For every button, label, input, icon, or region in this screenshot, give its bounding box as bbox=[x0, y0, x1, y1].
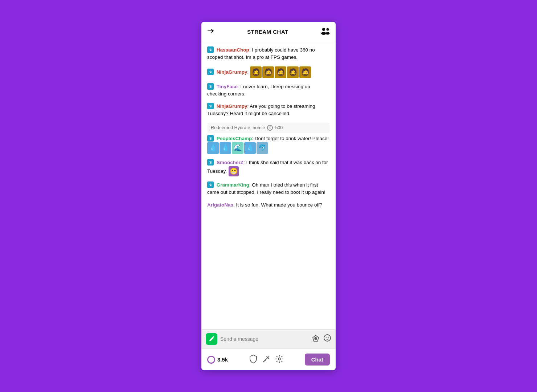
subscriber-badge bbox=[207, 103, 214, 109]
bits-icon[interactable] bbox=[312, 334, 320, 344]
emote: 🌊 bbox=[232, 142, 243, 154]
message-content: NinjaGrumpy: 🧔 🧔 🧔 🧔 🧔 bbox=[207, 66, 330, 78]
svg-point-15 bbox=[278, 358, 280, 360]
message-content: SmoocherZ: I think she said that it was … bbox=[207, 159, 330, 176]
username[interactable]: TinyFace bbox=[217, 84, 238, 89]
message-text: : Dont forget to drink water! Please! bbox=[252, 136, 329, 141]
svg-marker-6 bbox=[314, 337, 317, 340]
message-content: PeoplesChamp: Dont forget to drink water… bbox=[207, 135, 330, 154]
emote: 🧔 bbox=[287, 66, 299, 78]
message-row: HassaanChop: I probably could have 360 n… bbox=[207, 46, 330, 61]
chat-input-area bbox=[201, 329, 336, 348]
message-row: SmoocherZ: I think she said that it was … bbox=[207, 159, 330, 176]
emote-group: 💧 💧 🌊 💧 🐬 bbox=[207, 142, 268, 154]
emote: 💧 bbox=[220, 142, 231, 154]
users-icon[interactable] bbox=[320, 27, 330, 37]
message-input[interactable] bbox=[220, 336, 309, 342]
redeemed-text: Redeemed Hydrate, homie bbox=[211, 125, 265, 130]
message-content: NinjaGrumpy: Are you going to be streami… bbox=[207, 103, 330, 118]
svg-line-12 bbox=[268, 356, 269, 357]
emote: 🧔 bbox=[262, 66, 274, 78]
svg-point-9 bbox=[328, 337, 329, 338]
pencil-icon bbox=[209, 336, 214, 342]
chat-header: STREAM CHAT bbox=[201, 22, 336, 42]
message-row: ArigatoNas: It is so fun. What made you … bbox=[207, 201, 330, 209]
redeemed-points: 500 bbox=[275, 125, 283, 130]
viewer-count-text: 3.5k bbox=[217, 356, 228, 363]
settings-icon[interactable] bbox=[275, 355, 283, 364]
svg-point-1 bbox=[322, 28, 325, 31]
redeemed-row: Redeemed Hydrate, homie ⊙ 500 bbox=[207, 123, 330, 133]
message-row: PeoplesChamp: Dont forget to drink water… bbox=[207, 135, 330, 154]
viewer-count: 3.5k bbox=[207, 356, 228, 364]
message-content: HassaanChop: I probably could have 360 n… bbox=[207, 46, 330, 61]
username[interactable]: PeoplesChamp bbox=[217, 136, 252, 141]
messages-wrapper: HassaanChop: I probably could have 360 n… bbox=[201, 42, 336, 329]
chat-button[interactable]: Chat bbox=[305, 354, 330, 366]
message-content: ArigatoNas: It is so fun. What made you … bbox=[207, 201, 330, 209]
svg-line-14 bbox=[265, 360, 266, 361]
emote: 💧 bbox=[207, 142, 219, 154]
message-row: NinjaGrumpy: Are you going to be streami… bbox=[207, 103, 330, 118]
username[interactable]: GrammarKing bbox=[217, 182, 249, 188]
message-content: TinyFace: I never learn, I keep messing … bbox=[207, 83, 330, 98]
shield-icon[interactable] bbox=[249, 355, 257, 365]
emote: 😁 bbox=[229, 166, 239, 176]
message-text: : It is so fun. What made you bounce off… bbox=[233, 202, 322, 208]
svg-point-7 bbox=[324, 335, 331, 341]
emote-icon[interactable] bbox=[323, 334, 331, 344]
message-row: NinjaGrumpy: 🧔 🧔 🧔 🧔 🧔 bbox=[207, 66, 330, 78]
emote: 🧔 bbox=[299, 66, 311, 78]
emote: 🐬 bbox=[257, 142, 268, 154]
svg-point-3 bbox=[326, 28, 329, 31]
footer-icons bbox=[249, 355, 283, 365]
subscriber-badge bbox=[207, 135, 214, 142]
emote: 🧔 bbox=[250, 66, 262, 78]
viewer-circle-icon bbox=[207, 356, 215, 364]
message-edit-button[interactable] bbox=[206, 333, 217, 345]
subscriber-badge bbox=[207, 159, 214, 166]
input-right-icons bbox=[312, 334, 331, 344]
subscriber-badge bbox=[207, 46, 214, 53]
sword-icon[interactable] bbox=[262, 355, 270, 364]
chat-container: STREAM CHAT HassaanChop: I probably coul… bbox=[201, 22, 336, 370]
subscriber-badge bbox=[207, 181, 214, 188]
message-content: GrammarKing: Oh man I tried this when it… bbox=[207, 181, 330, 196]
svg-point-4 bbox=[325, 32, 329, 35]
username[interactable]: NinjaGrumpy bbox=[217, 103, 247, 109]
username[interactable]: HassaanChop bbox=[217, 47, 249, 53]
coin-icon: ⊙ bbox=[267, 125, 273, 131]
svg-point-2 bbox=[321, 32, 326, 35]
emote: 🧔 bbox=[275, 66, 286, 78]
subscriber-badge bbox=[207, 69, 214, 75]
subscriber-badge bbox=[207, 83, 214, 90]
collapse-icon[interactable] bbox=[207, 27, 215, 37]
username[interactable]: SmoocherZ bbox=[217, 160, 243, 165]
chat-messages: HassaanChop: I probably could have 360 n… bbox=[201, 42, 336, 218]
emote-group: 🧔 🧔 🧔 🧔 🧔 bbox=[250, 66, 311, 78]
header-title: STREAM CHAT bbox=[247, 29, 288, 35]
svg-line-13 bbox=[263, 361, 265, 362]
emote: 💧 bbox=[244, 142, 256, 154]
message-row: GrammarKing: Oh man I tried this when it… bbox=[207, 181, 330, 196]
message-row: TinyFace: I never learn, I keep messing … bbox=[207, 83, 330, 98]
svg-point-8 bbox=[326, 337, 327, 338]
chat-input-row bbox=[206, 333, 331, 345]
chat-footer: 3.5k bbox=[201, 348, 336, 370]
username[interactable]: ArigatoNas bbox=[207, 202, 233, 208]
username[interactable]: NinjaGrumpy bbox=[217, 69, 247, 74]
